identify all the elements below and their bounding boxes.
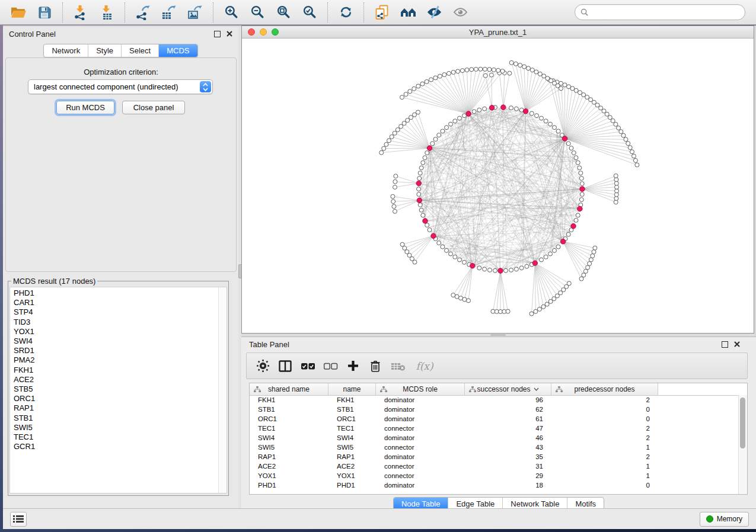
- table-cell: 61: [465, 415, 551, 422]
- mcds-node-item[interactable]: PHD1: [10, 289, 218, 298]
- import-table-button[interactable]: [94, 2, 119, 23]
- mcds-node-item[interactable]: CAR1: [10, 298, 218, 307]
- mcds-node-item[interactable]: SWI4: [10, 336, 218, 346]
- refresh-button[interactable]: [333, 2, 358, 23]
- fx-icon: f(x): [416, 360, 433, 372]
- table-cell: 2: [551, 434, 658, 441]
- mcds-node-item[interactable]: YOX1: [10, 327, 218, 336]
- delete-button[interactable]: [366, 357, 384, 376]
- hide-selected-button[interactable]: [422, 2, 446, 23]
- table-row[interactable]: YOX1YOX1connector291: [250, 471, 739, 480]
- column-header-predecessor-nodes[interactable]: predecessor nodes: [551, 383, 658, 395]
- control-panel-titlebar: Control Panel: [3, 27, 238, 41]
- table-row[interactable]: SWI4SWI4dominator462: [250, 433, 739, 443]
- delete-table-button[interactable]: [389, 357, 407, 376]
- float-panel-icon[interactable]: [722, 341, 728, 348]
- mcds-node-item[interactable]: SRD1: [10, 346, 218, 355]
- zoom-fit-icon: [276, 5, 291, 20]
- mcds-node-item[interactable]: PMA2: [10, 355, 218, 365]
- show-columns-button[interactable]: [276, 357, 294, 376]
- trash-icon: [369, 360, 381, 373]
- toolbar-separator: [62, 2, 63, 23]
- toolbar-separator: [125, 2, 125, 23]
- tab-style[interactable]: Style: [88, 44, 122, 57]
- network-window-titlebar[interactable]: YPA_prune.txt_1: [242, 26, 754, 39]
- mcds-node-item[interactable]: FKH1: [10, 366, 218, 375]
- zoom-fit-button[interactable]: [271, 2, 296, 23]
- splitter-grip[interactable]: [490, 334, 506, 336]
- function-builder-button[interactable]: f(x): [412, 357, 438, 376]
- run-mcds-button[interactable]: Run MCDS: [56, 101, 114, 114]
- mcds-node-item[interactable]: TEC1: [10, 432, 218, 442]
- mcds-node-item[interactable]: STB5: [10, 384, 218, 394]
- table-settings-button[interactable]: [254, 357, 272, 376]
- column-header-MCDS-role[interactable]: MCDS role: [376, 383, 465, 395]
- table-row[interactable]: SWI5SWI5connector431: [250, 443, 739, 452]
- column-header-successor-nodes[interactable]: successor nodes: [465, 383, 551, 395]
- table-cell: 2: [551, 453, 658, 460]
- column-label: name: [343, 385, 361, 393]
- table-panel-title: Table Panel: [249, 340, 289, 349]
- zoom-selected-button[interactable]: [297, 2, 322, 23]
- close-panel-icon[interactable]: [734, 341, 740, 347]
- mcds-node-item[interactable]: STP4: [10, 307, 218, 317]
- open-session-button[interactable]: [6, 2, 31, 23]
- table-scrollbar[interactable]: [738, 395, 747, 494]
- table-row[interactable]: TEC1TEC1connector472: [250, 424, 739, 433]
- network-graph[interactable]: [242, 39, 754, 333]
- control-panel-title: Control Panel: [9, 30, 56, 39]
- close-panel-icon[interactable]: [227, 31, 232, 37]
- panel-list-button[interactable]: [10, 512, 27, 527]
- memory-button[interactable]: Memory: [700, 512, 749, 527]
- table-row[interactable]: PHD1PHD1dominator180: [250, 480, 739, 490]
- tab-mcds[interactable]: MCDS: [159, 44, 197, 57]
- search-box[interactable]: [575, 4, 745, 20]
- select-all-button[interactable]: [299, 357, 317, 376]
- mcds-node-item[interactable]: RAP1: [10, 403, 218, 413]
- optimization-criterion-select[interactable]: largest connected component (undirected): [28, 79, 213, 94]
- memory-status-icon: [706, 515, 713, 523]
- table-row[interactable]: RAP1RAP1dominator352: [250, 452, 739, 462]
- table-row[interactable]: STB1STB1dominator620: [250, 405, 739, 414]
- import-network-button[interactable]: [68, 2, 93, 23]
- save-session-button[interactable]: [32, 2, 57, 23]
- table-toolbar: f(x): [246, 352, 748, 379]
- mcds-node-item[interactable]: ACE2: [10, 375, 218, 384]
- deselect-all-icon: [323, 362, 338, 370]
- table-cell: 2: [551, 425, 658, 432]
- close-panel-button[interactable]: Close panel: [122, 101, 185, 114]
- scrollbar-thumb[interactable]: [740, 398, 745, 448]
- tab-network[interactable]: Network: [44, 44, 88, 57]
- table-panel: Table Panel: [241, 336, 756, 508]
- table-row[interactable]: FKH1FKH1dominator962: [250, 395, 739, 405]
- column-header-shared-name[interactable]: shared name: [250, 383, 328, 395]
- column-header-name[interactable]: name: [328, 383, 376, 395]
- table-cell: ACE2: [328, 463, 376, 470]
- network-window-title: YPA_prune.txt_1: [242, 28, 754, 37]
- deselect-all-button[interactable]: [321, 357, 339, 376]
- tab-select[interactable]: Select: [122, 44, 159, 57]
- network-view[interactable]: [242, 39, 754, 333]
- table-cell: PHD1: [328, 482, 376, 489]
- table-row[interactable]: ACE2ACE2connector311: [250, 462, 739, 471]
- export-network-button[interactable]: [130, 2, 155, 23]
- export-image-button[interactable]: [183, 2, 208, 23]
- clone-network-button[interactable]: [369, 2, 394, 23]
- zoom-out-button[interactable]: [245, 2, 270, 23]
- houses-button[interactable]: [395, 2, 420, 23]
- zoom-in-button[interactable]: [219, 2, 244, 23]
- add-row-button[interactable]: [344, 357, 362, 376]
- float-panel-icon[interactable]: [214, 31, 221, 37]
- mcds-node-item[interactable]: ORC1: [10, 394, 218, 403]
- show-hidden-button[interactable]: [448, 2, 473, 23]
- mcds-list-scrollbar[interactable]: [218, 287, 227, 493]
- optimization-criterion-label: Optimization criterion:: [6, 68, 236, 76]
- mcds-node-item[interactable]: GCR1: [10, 442, 218, 451]
- mcds-node-item[interactable]: SWI5: [10, 423, 218, 432]
- right-region: YPA_prune.txt_1 Table Panel: [241, 25, 756, 508]
- table-row[interactable]: ORC1ORC1dominator610: [250, 414, 739, 424]
- search-input[interactable]: [592, 8, 739, 17]
- mcds-node-item[interactable]: TID3: [10, 318, 218, 327]
- export-table-button[interactable]: [157, 2, 181, 23]
- mcds-node-item[interactable]: STB1: [10, 414, 218, 423]
